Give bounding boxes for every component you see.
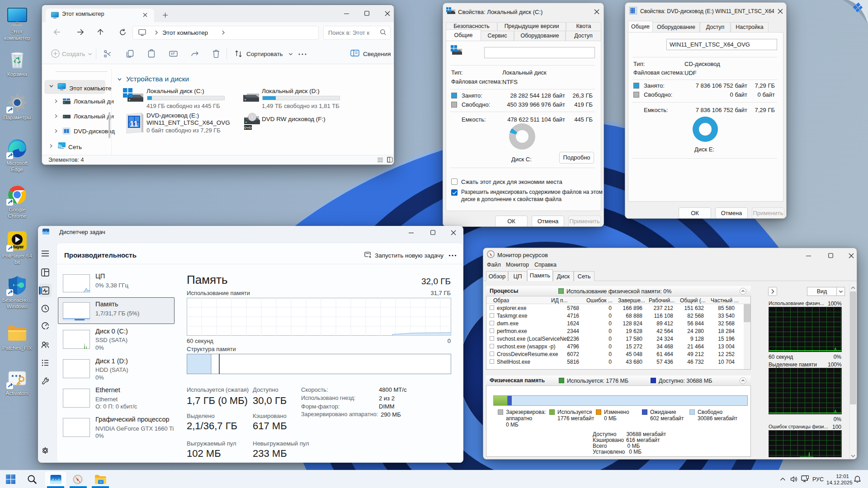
svg-text:11: 11 (130, 120, 138, 128)
svg-text:DVD: DVD (245, 126, 252, 130)
